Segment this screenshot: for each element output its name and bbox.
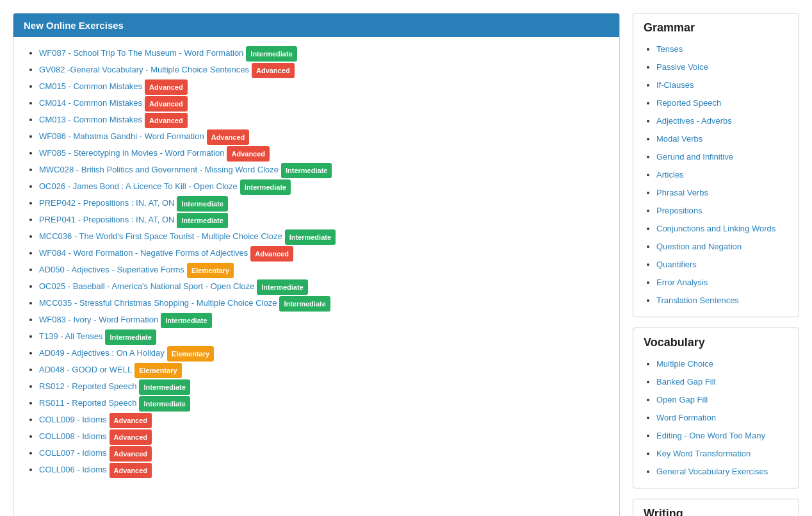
list-item: COLL008 - IdiomsAdvanced [39, 428, 609, 445]
main-panel-header: New Online Exercises [13, 13, 619, 37]
grammar-list: TensesPassive VoiceIf-ClausesReported Sp… [644, 40, 788, 309]
exercise-link[interactable]: COLL008 - Idioms [39, 431, 107, 441]
exercise-link[interactable]: PREP042 - Prepositions : IN, AT, ON [39, 198, 174, 208]
list-item: COLL006 - IdiomsAdvanced [39, 462, 609, 478]
level-badge: Intermediate [240, 179, 291, 195]
level-badge: Advanced [110, 446, 152, 462]
list-item: Multiple Choice [656, 354, 788, 372]
vocabulary-link[interactable]: Key Word Transformation [656, 449, 751, 458]
grammar-link[interactable]: Quantifiers [656, 260, 697, 269]
exercise-link[interactable]: GV082 -General Vocabulary - Multiple Cho… [39, 65, 249, 74]
grammar-link[interactable]: Phrasal Verbs [656, 188, 708, 197]
level-badge: Elementary [187, 263, 234, 278]
level-badge: Advanced [145, 96, 188, 112]
level-badge: Advanced [110, 413, 152, 428]
list-item: CM014 - Common MistakesAdvanced [39, 95, 609, 112]
vocabulary-link[interactable]: Word Formation [656, 413, 716, 422]
grammar-link[interactable]: Modal Verbs [656, 134, 702, 144]
exercise-link[interactable]: COLL006 - Idioms [39, 465, 107, 474]
list-item: CM013 - Common MistakesAdvanced [39, 112, 609, 128]
grammar-link[interactable]: Reported Speech [656, 98, 721, 108]
list-item: Tenses [656, 40, 788, 58]
level-badge: Elementary [134, 363, 181, 378]
list-item: Gerund and Infinitive [656, 147, 788, 165]
vocabulary-link[interactable]: General Vocabulary Exercises [656, 467, 768, 476]
list-item: MCC035 - Stressful Christmas Shopping - … [39, 295, 609, 312]
list-item: WF087 - School Trip To The Museum - Word… [39, 45, 609, 62]
list-item: WF083 - Ivory - Word FormationIntermedia… [39, 312, 609, 328]
grammar-link[interactable]: Conjunctions and Linking Words [656, 224, 775, 233]
grammar-link[interactable]: Tenses [656, 44, 683, 54]
list-item: Reported Speech [656, 94, 788, 112]
exercise-link[interactable]: OC025 - Baseball - America's National Sp… [39, 281, 254, 291]
list-item: MCC036 - The World's First Space Tourist… [39, 228, 609, 245]
grammar-link[interactable]: Passive Voice [656, 62, 708, 72]
list-item: Conjunctions and Linking Words [656, 219, 788, 237]
level-badge: Intermediate [285, 229, 336, 245]
exercise-link[interactable]: WF085 - Stereotyping in Movies - Word Fo… [39, 148, 224, 158]
level-badge: Intermediate [161, 313, 211, 328]
grammar-link[interactable]: Gerund and Infinitive [656, 152, 733, 162]
list-item: PREP041 - Prepositions : IN, AT, ONInter… [39, 212, 609, 228]
list-item: Error Analysis [656, 273, 788, 291]
exercise-link[interactable]: CM013 - Common Mistakes [39, 115, 142, 124]
vocabulary-link[interactable]: Banked Gap Fill [656, 377, 716, 387]
grammar-link[interactable]: Question and Negation [656, 242, 742, 251]
list-item: RS011 - Reported SpeechIntermediate [39, 395, 609, 412]
grammar-link[interactable]: If-Clauses [656, 80, 694, 90]
exercise-link[interactable]: WF086 - Mahatma Gandhi - Word Formation [39, 131, 204, 141]
exercise-link[interactable]: CM015 - Common Mistakes [39, 81, 142, 91]
exercise-link[interactable]: T139 - All Tenses [39, 331, 102, 341]
list-item: MWC028 - British Politics and Government… [39, 162, 609, 178]
list-item: CM015 - Common MistakesAdvanced [39, 78, 609, 95]
exercise-link[interactable]: COLL007 - Idioms [39, 448, 107, 458]
level-badge: Advanced [145, 113, 188, 128]
exercise-link[interactable]: AD049 - Adjectives : On A Holiday [39, 348, 165, 358]
level-badge: Intermediate [177, 196, 227, 212]
list-item: AD050 - Adjectives - Superlative FormsEl… [39, 262, 609, 278]
grammar-section-title: Grammar [644, 21, 788, 35]
exercise-link[interactable]: MCC036 - The World's First Space Tourist… [39, 231, 282, 241]
vocabulary-link[interactable]: Open Gap Fill [656, 395, 708, 404]
grammar-link[interactable]: Error Analysis [656, 278, 708, 287]
list-item: WF086 - Mahatma Gandhi - Word FormationA… [39, 128, 609, 145]
list-item: WF085 - Stereotyping in Movies - Word Fo… [39, 145, 609, 162]
list-item: Adjectives - Adverbs [656, 112, 788, 129]
exercise-list: WF087 - School Trip To The Museum - Word… [24, 45, 609, 478]
exercise-link[interactable]: MCC035 - Stressful Christmas Shopping - … [39, 298, 277, 308]
level-badge: Advanced [145, 79, 188, 95]
list-item: Banked Gap Fill [656, 372, 788, 390]
level-badge: Intermediate [105, 329, 156, 345]
grammar-section: Grammar TensesPassive VoiceIf-ClausesRep… [633, 13, 799, 317]
list-item: Articles [656, 165, 788, 183]
grammar-link[interactable]: Prepositions [656, 206, 702, 215]
grammar-link[interactable]: Translation Sentences [656, 295, 739, 305]
exercise-link[interactable]: WF084 - Word Formation - Negative Forms … [39, 248, 248, 258]
exercise-link[interactable]: PREP041 - Prepositions : IN, AT, ON [39, 215, 174, 224]
list-item: PREP042 - Prepositions : IN, AT, ONInter… [39, 195, 609, 212]
exercise-link[interactable]: COLL009 - Idioms [39, 415, 107, 424]
exercise-link[interactable]: WF083 - Ivory - Word Formation [39, 315, 158, 324]
exercise-link[interactable]: MWC028 - British Politics and Government… [39, 165, 279, 174]
exercise-link[interactable]: RS012 - Reported Speech [39, 381, 136, 391]
grammar-link[interactable]: Articles [656, 170, 684, 179]
vocabulary-link[interactable]: Editing - One Word Too Many [656, 431, 765, 440]
level-badge: Advanced [227, 146, 270, 162]
main-panel-body: WF087 - School Trip To The Museum - Word… [13, 37, 619, 486]
level-badge: Intermediate [281, 163, 332, 178]
exercise-link[interactable]: RS011 - Reported Speech [39, 398, 136, 408]
grammar-link[interactable]: Adjectives - Adverbs [656, 116, 732, 126]
list-item: RS012 - Reported SpeechIntermediate [39, 378, 609, 395]
level-badge: Advanced [207, 129, 250, 145]
exercise-link[interactable]: CM014 - Common Mistakes [39, 98, 142, 108]
sidebar: Grammar TensesPassive VoiceIf-ClausesRep… [633, 13, 799, 516]
level-badge: Advanced [110, 463, 152, 478]
exercise-link[interactable]: AD048 - GOOD or WELL [39, 365, 132, 374]
exercise-link[interactable]: OC026 - James Bond : A Licence To Kill -… [39, 181, 238, 191]
exercise-link[interactable]: AD050 - Adjectives - Superlative Forms [39, 265, 184, 274]
level-badge: Intermediate [177, 213, 227, 228]
vocabulary-link[interactable]: Multiple Choice [656, 359, 713, 369]
level-badge: Intermediate [246, 46, 296, 62]
list-item: Word Formation [656, 408, 788, 426]
exercise-link[interactable]: WF087 - School Trip To The Museum - Word… [39, 48, 243, 58]
